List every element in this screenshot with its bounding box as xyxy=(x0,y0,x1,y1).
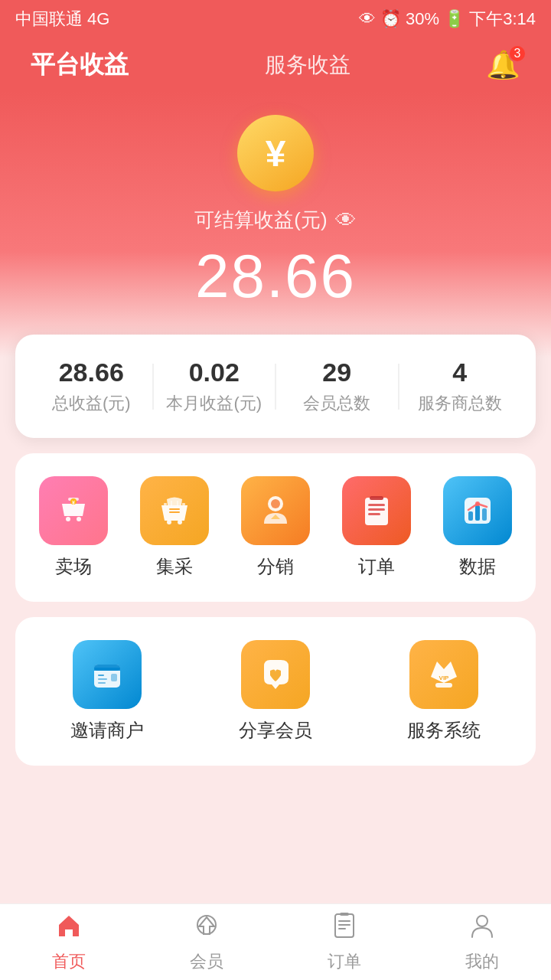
stat-total-earnings-value: 28.66 xyxy=(59,358,124,387)
nav-member-label: 会员 xyxy=(190,950,223,973)
order-icon xyxy=(331,911,358,946)
svg-rect-32 xyxy=(98,678,107,680)
nav-mine-label: 我的 xyxy=(465,950,499,973)
yuan-symbol: ¥ xyxy=(266,132,286,175)
svg-text:VIP: VIP xyxy=(439,675,450,681)
menu-card-1: ¥ 卖场 xyxy=(15,453,536,602)
nav-home-label: 首页 xyxy=(52,950,86,973)
yaoqing-label: 邀请商户 xyxy=(70,718,144,743)
shuju-label: 数据 xyxy=(459,554,496,579)
stat-month-earnings: 0.02 本月收益(元) xyxy=(154,358,276,415)
svg-rect-20 xyxy=(368,508,385,511)
svg-rect-42 xyxy=(340,913,349,916)
nav-order-label: 订单 xyxy=(328,950,361,973)
hero-section: ¥ 可结算收益(元) 👁 28.66 xyxy=(0,92,551,358)
stat-merchant-count: 4 服务商总数 xyxy=(399,358,521,415)
svg-rect-41 xyxy=(338,928,346,929)
svg-rect-34 xyxy=(111,674,117,681)
status-bar: 中国联通 4G 👁 ⏰ 30% 🔋 下午3:14 xyxy=(0,0,551,38)
header: 平台收益 服务收益 🔔 3 xyxy=(0,38,551,92)
active-tab-title[interactable]: 平台收益 xyxy=(31,48,129,82)
stat-month-earnings-value: 0.02 xyxy=(189,358,240,387)
svg-rect-19 xyxy=(368,504,385,506)
nav-item-member[interactable]: 会员 xyxy=(138,911,276,973)
jicai-icon xyxy=(140,476,209,545)
yuan-circle: ¥ xyxy=(237,115,314,191)
stat-merchant-count-value: 4 xyxy=(452,358,467,387)
svg-rect-31 xyxy=(98,675,104,676)
svg-point-27 xyxy=(475,501,480,506)
svg-rect-18 xyxy=(365,498,388,525)
stat-member-count-value: 29 xyxy=(322,358,351,387)
svg-point-3 xyxy=(77,517,81,521)
svg-rect-40 xyxy=(338,924,350,926)
notification-bell[interactable]: 🔔 3 xyxy=(486,49,520,81)
earnings-amount: 28.66 xyxy=(195,241,356,312)
other-tab-title[interactable]: 服务收益 xyxy=(265,51,350,80)
svg-rect-25 xyxy=(475,505,480,521)
menu-item-fenxiang[interactable]: 分享会员 xyxy=(237,640,314,743)
svg-text:¥: ¥ xyxy=(72,500,75,505)
home-icon xyxy=(55,911,83,946)
fenxiao-label: 分销 xyxy=(257,554,294,579)
svg-point-8 xyxy=(167,520,171,524)
status-right: 👁 ⏰ 30% 🔋 下午3:14 xyxy=(359,8,536,31)
fuwu-label: 服务系统 xyxy=(407,718,481,743)
shuju-icon xyxy=(443,476,512,545)
menu-item-maichang[interactable]: ¥ 卖场 xyxy=(35,476,112,579)
svg-rect-39 xyxy=(338,920,350,922)
svg-point-2 xyxy=(66,517,70,521)
svg-point-17 xyxy=(271,499,280,508)
yaoqing-icon xyxy=(73,640,142,709)
stat-month-earnings-label: 本月收益(元) xyxy=(166,392,262,415)
eye-icon[interactable]: 👁 xyxy=(335,207,357,233)
menu-card-2: 邀请商户 分享会员 VIP xyxy=(15,617,536,766)
notification-badge: 3 xyxy=(508,44,527,63)
stat-total-earnings-label: 总收益(元) xyxy=(52,392,131,415)
svg-rect-15 xyxy=(182,503,185,505)
earnings-label: 可结算收益(元) 👁 xyxy=(194,207,356,234)
svg-rect-12 xyxy=(171,501,172,506)
status-left: 中国联通 4G xyxy=(15,8,109,31)
menu-item-yaoqing[interactable]: 邀请商户 xyxy=(69,640,145,743)
nav-item-home[interactable]: 首页 xyxy=(0,911,138,973)
svg-rect-11 xyxy=(169,511,180,513)
fenxiao-icon xyxy=(241,476,310,545)
svg-rect-22 xyxy=(370,496,383,500)
mine-icon xyxy=(468,911,496,946)
member-icon xyxy=(193,911,220,946)
svg-rect-24 xyxy=(468,511,473,521)
menu-grid-1: ¥ 卖场 xyxy=(23,476,528,579)
stat-member-count: 29 会员总数 xyxy=(276,358,398,415)
menu-item-fenxiao[interactable]: 分销 xyxy=(237,476,314,579)
fenxiang-label: 分享会员 xyxy=(239,718,312,743)
stat-member-count-label: 会员总数 xyxy=(303,392,370,415)
svg-rect-13 xyxy=(177,501,178,506)
dingdan-icon xyxy=(342,476,411,545)
jicai-label: 集采 xyxy=(156,554,193,579)
menu-item-jicai[interactable]: 集采 xyxy=(136,476,213,579)
fuwu-icon: VIP xyxy=(409,640,478,709)
stat-merchant-count-label: 服务商总数 xyxy=(418,392,502,415)
stats-card: 28.66 总收益(元) 0.02 本月收益(元) 29 会员总数 4 服务商总… xyxy=(15,335,536,438)
nav-item-order[interactable]: 订单 xyxy=(276,911,413,973)
svg-point-43 xyxy=(477,916,487,926)
maichang-label: 卖场 xyxy=(55,554,92,579)
menu-item-dingdan[interactable]: 订单 xyxy=(338,476,415,579)
svg-point-9 xyxy=(178,520,182,524)
svg-rect-26 xyxy=(482,508,487,521)
maichang-icon: ¥ xyxy=(39,476,108,545)
bottom-nav: 首页 会员 订单 我的 xyxy=(0,903,551,980)
svg-rect-14 xyxy=(164,503,167,505)
stat-total-earnings: 28.66 总收益(元) xyxy=(31,358,152,415)
fenxiang-icon xyxy=(241,640,310,709)
svg-rect-30 xyxy=(94,668,120,671)
dingdan-label: 订单 xyxy=(358,554,395,579)
menu-item-fuwu[interactable]: VIP 服务系统 xyxy=(406,640,482,743)
menu-item-shuju[interactable]: 数据 xyxy=(439,476,516,579)
nav-item-mine[interactable]: 我的 xyxy=(413,911,551,973)
menu-grid-2: 邀请商户 分享会员 VIP xyxy=(23,640,528,743)
svg-rect-21 xyxy=(368,513,380,515)
svg-rect-35 xyxy=(435,683,452,688)
svg-rect-33 xyxy=(98,682,106,684)
